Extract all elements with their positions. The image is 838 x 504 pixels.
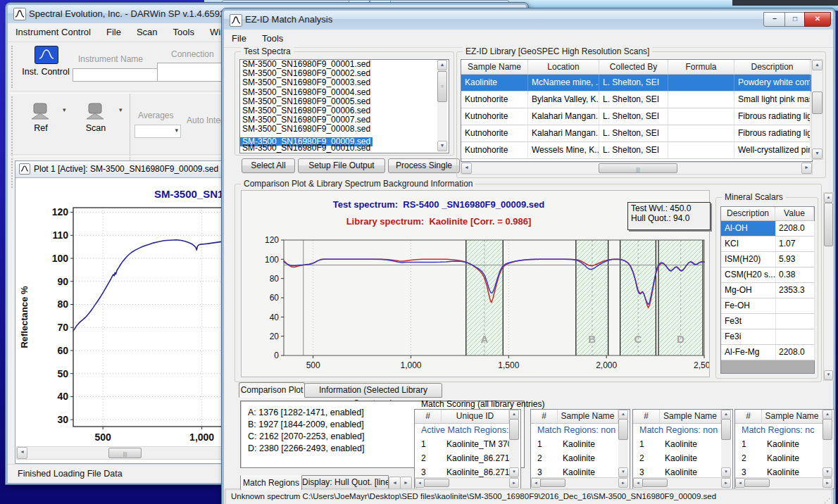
column-header[interactable]: Sample Name — [762, 410, 823, 424]
match-hscrollbar[interactable] — [531, 477, 628, 488]
scalar-name-cell[interactable]: Fe3i — [721, 329, 776, 345]
match-vscrollbar[interactable] — [509, 410, 519, 477]
match-scoring-table[interactable]: #Sample NameMatch Regions: nc1Kaolinite2… — [734, 409, 834, 489]
column-header[interactable]: Unique ID — [442, 410, 509, 424]
match-row[interactable]: 2Kaolinite_86.271_B — [415, 451, 509, 465]
scroll-up-icon[interactable] — [437, 60, 447, 70]
inst-control-button[interactable]: Inst. Control — [12, 67, 80, 77]
dialog-titlebar[interactable]: EZ-ID Match Analysis — [224, 11, 833, 30]
menu-instrument-control[interactable]: Instrument Control — [8, 23, 99, 41]
list-item[interactable]: SM-3500_SN16980F9_00004.sed — [240, 88, 449, 97]
column-header[interactable]: Description — [721, 207, 775, 221]
match-row[interactable]: 1Kaolinite — [735, 437, 823, 451]
match-hscrollbar[interactable] — [735, 477, 832, 488]
plot1-hscrollbar[interactable]: ||| — [16, 446, 229, 460]
list-item[interactable]: SM-3500_SN16980F9_00008.sed — [240, 125, 449, 134]
menu-scan[interactable]: Scan — [129, 23, 165, 41]
scroll-left-icon[interactable] — [17, 447, 27, 459]
match-row[interactable]: 1Kaolinite — [531, 437, 618, 451]
match-vscroll-thumb[interactable] — [618, 419, 628, 440]
scroll-right-icon[interactable] — [823, 478, 832, 488]
scroll-up-icon[interactable] — [812, 60, 823, 70]
maximize-button[interactable] — [784, 12, 806, 27]
scroll-left-icon[interactable] — [415, 478, 425, 488]
scroll-right-icon[interactable] — [618, 478, 628, 488]
ref-dropdown-icon[interactable] — [63, 106, 66, 113]
library-hscrollbar[interactable]: ||| — [461, 162, 813, 175]
match-hscroll-thumb[interactable] — [540, 479, 565, 487]
menu-file[interactable]: File — [99, 23, 129, 41]
table-row[interactable]: KutnohoriteWessels Mine, K...L. Shelton,… — [461, 142, 812, 159]
list-item[interactable]: SM-3500_SN16980F9_00010.sed — [240, 144, 449, 153]
match-hscrollbar[interactable] — [633, 477, 731, 488]
column-header[interactable]: # — [415, 410, 442, 424]
match-vscroll-thumb[interactable] — [509, 419, 519, 440]
test-spectra-scroll-thumb[interactable]: = — [437, 71, 447, 102]
plot1-hscroll-thumb[interactable]: ||| — [108, 448, 142, 458]
button-setup-file-output[interactable]: Setup File Output — [298, 158, 385, 173]
match-vscrollbar[interactable] — [823, 410, 832, 477]
match-hscroll-thumb[interactable] — [424, 479, 449, 487]
tab-match-regions[interactable]: Match Regions — [240, 475, 302, 491]
close-button[interactable] — [804, 12, 831, 27]
scalar-name-cell[interactable]: Al-Fe-Mg — [721, 345, 776, 360]
match-row[interactable]: 2Kaolinite — [531, 451, 618, 465]
scroll-down-icon[interactable] — [823, 467, 832, 477]
match-scoring-table[interactable]: #Sample NameMatch Regions: non1Kaolinite… — [632, 409, 733, 489]
match-scoring-table[interactable]: #Unique IDActive Match Regions: A,1Kaoli… — [414, 409, 521, 489]
scroll-up-icon[interactable] — [721, 410, 731, 420]
column-header[interactable]: Sample Name — [461, 60, 528, 75]
button-select-all[interactable]: Select All — [242, 158, 295, 173]
mineral-scalars-table[interactable]: DescriptionValueAl-OH2208.0KCI1.07ISM(H2… — [720, 206, 815, 374]
button-process-single[interactable]: Process Single — [388, 158, 460, 173]
resize-grip[interactable]: ⋰ — [824, 497, 830, 504]
scroll-right-icon[interactable] — [509, 478, 519, 488]
tab-comparison-plot[interactable]: Comparison Plot — [239, 382, 305, 398]
scroll-down-icon[interactable] — [618, 467, 628, 477]
column-header[interactable]: Collected By — [599, 60, 668, 75]
column-header[interactable]: # — [531, 410, 558, 424]
scroll-left-icon[interactable] — [461, 163, 472, 174]
match-row[interactable]: 2Kaolinite — [735, 451, 823, 465]
match-scoring-table[interactable]: #Sample NameMatch Regions: non1Kaolinite… — [530, 409, 630, 489]
scroll-down-icon[interactable] — [824, 370, 833, 380]
scalar-name-cell[interactable]: KCI — [721, 237, 776, 252]
menu-tools[interactable]: Tools — [165, 23, 202, 41]
comparison-vscrollbar[interactable] — [823, 192, 834, 381]
match-vscroll-thumb[interactable] — [721, 419, 731, 440]
scroll-right-icon[interactable] — [801, 163, 812, 174]
ref-icon[interactable] — [30, 102, 51, 122]
scroll-down-icon[interactable] — [509, 467, 519, 477]
minimize-button[interactable] — [763, 12, 786, 27]
scroll-up-icon[interactable] — [824, 193, 833, 203]
scroll-left-icon[interactable] — [735, 478, 745, 488]
match-vscrollbar[interactable] — [721, 410, 731, 477]
match-row[interactable]: 1Kaolinite_TM 3706 — [415, 437, 509, 451]
column-header[interactable]: # — [633, 410, 660, 424]
scroll-up-icon[interactable] — [618, 410, 628, 420]
scroll-down-icon[interactable] — [812, 149, 823, 159]
library-vscroll-thumb[interactable] — [812, 92, 823, 114]
tab-display-hull-quot[interactable]: Display: Hull Quot. [linea — [301, 475, 389, 490]
toolbar-grip-2[interactable] — [11, 96, 13, 188]
test-spectra-listbox[interactable]: SM-3500_SN16980F9_00001.sedSM-3500_SN169… — [239, 59, 449, 153]
column-header[interactable]: Formula — [668, 60, 734, 75]
instrument-name-input[interactable] — [73, 68, 160, 82]
match-vscroll-thumb[interactable] — [823, 419, 832, 440]
comparison-scroll-thumb[interactable] — [824, 203, 833, 246]
table-row[interactable]: KaoliniteMcNamee mine, ...L. Shelton, SE… — [461, 75, 812, 92]
scalar-name-cell[interactable]: CSM(H20 s... — [721, 267, 776, 283]
match-hscrollbar[interactable] — [415, 477, 519, 488]
scroll-down-icon[interactable] — [721, 467, 731, 477]
list-item[interactable]: SM-3500_SN16980F9_00003.sed — [240, 78, 449, 87]
scroll-up-icon[interactable] — [823, 410, 832, 420]
scalar-name-cell[interactable]: Fe-OH — [721, 298, 776, 314]
scalar-name-cell[interactable]: Mg-OH — [721, 283, 776, 298]
match-hscroll-thumb[interactable] — [744, 479, 770, 487]
connection-input[interactable] — [157, 63, 226, 82]
table-row[interactable]: KutnohoriteKalahari Mangan...L. Shelton,… — [461, 108, 812, 125]
averages-dropdown-icon[interactable] — [175, 127, 178, 134]
library-table[interactable]: Sample NameLocationCollected ByFormulaDe… — [461, 59, 813, 162]
tab-information[interactable]: Information (Selected Library Spectrum) — [304, 383, 442, 398]
match-row[interactable]: 1Kaolinite — [633, 437, 721, 451]
